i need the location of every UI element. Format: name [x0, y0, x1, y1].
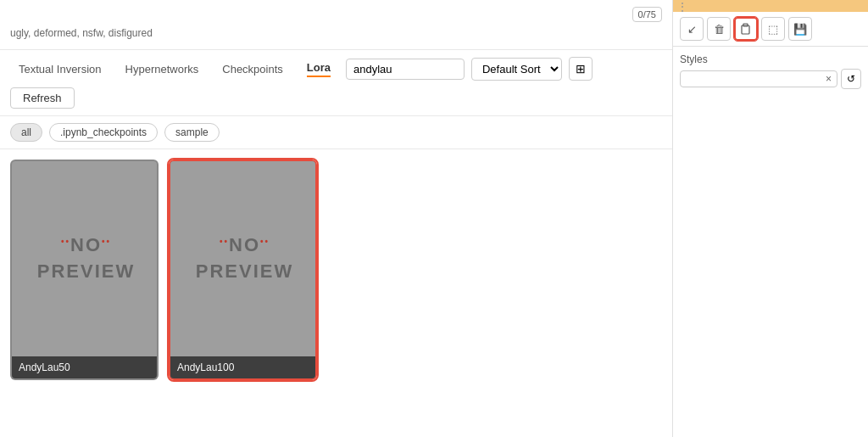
tab-checkpoints[interactable]: Checkpoints: [214, 59, 292, 79]
trash-btn[interactable]: 🗑: [707, 17, 731, 41]
arrow-tl-btn[interactable]: ↙: [680, 17, 704, 41]
tab-lora[interactable]: Lora: [298, 58, 339, 81]
token-counter: 0/75: [632, 7, 662, 22]
search-input[interactable]: [346, 59, 465, 80]
square-btn[interactable]: ⬚: [761, 17, 785, 41]
cards-area: ••NO••PREVIEW AndyLau50 ••NO••PREVIEW An…: [0, 149, 672, 437]
card-andylau100[interactable]: ••NO••PREVIEW AndyLau100: [169, 160, 317, 380]
tab-hypernetworks[interactable]: Hypernetworks: [117, 59, 208, 79]
card-label-1: AndyLau50: [12, 356, 157, 378]
right-top-bar: ⋮: [673, 0, 868, 12]
filter-tags-row: all .ipynb_checkpoints sample: [0, 116, 672, 149]
grid-icon-btn[interactable]: ⊞: [569, 57, 593, 81]
styles-section: Styles × ↺: [673, 47, 868, 96]
tabs-row: Textual Inversion Hypernetworks Checkpoi…: [0, 50, 672, 116]
card-preview-2: ••NO••PREVIEW: [170, 161, 317, 356]
refresh-button[interactable]: Refresh: [10, 87, 75, 109]
filter-tag-all[interactable]: all: [10, 123, 42, 142]
negative-prompt-text: ugly, deformed, nsfw, disfigured: [10, 24, 662, 42]
styles-clear-btn[interactable]: ×: [824, 73, 833, 85]
card-andylau50[interactable]: ••NO••PREVIEW AndyLau50: [10, 160, 159, 380]
filter-tag-sample[interactable]: sample: [164, 123, 220, 142]
right-toolbar: ↙ 🗑 ⬚ 💾: [673, 12, 868, 47]
card-label-2: AndyLau100: [170, 356, 315, 378]
save-btn[interactable]: 💾: [788, 17, 812, 41]
styles-input[interactable]: [684, 73, 821, 85]
filter-tag-ipynb[interactable]: .ipynb_checkpoints: [49, 123, 158, 142]
sort-select[interactable]: Default Sort: [471, 58, 562, 81]
styles-label: Styles: [680, 53, 861, 65]
clipboard-btn[interactable]: [734, 17, 758, 41]
dots-menu-icon[interactable]: ⋮: [673, 0, 692, 14]
card-preview-1: ••NO••PREVIEW: [12, 161, 159, 356]
tab-textual-inversion[interactable]: Textual Inversion: [10, 59, 110, 79]
styles-apply-btn[interactable]: ↺: [841, 69, 861, 89]
